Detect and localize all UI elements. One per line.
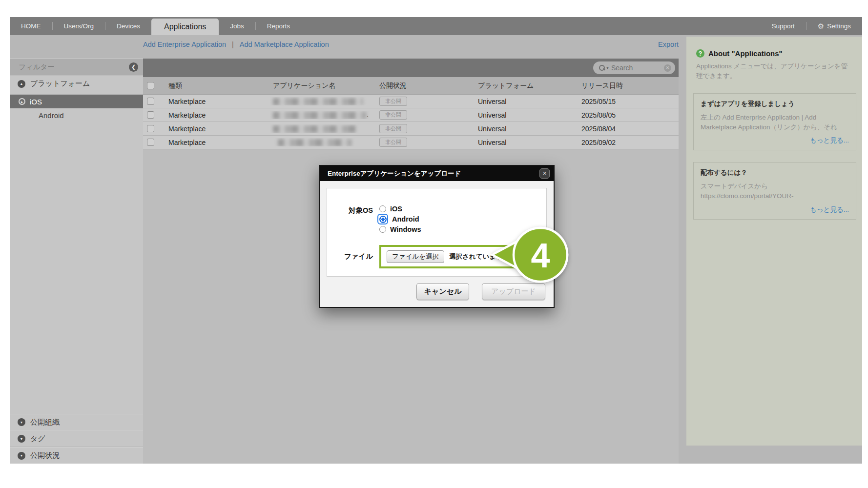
table-row[interactable]: Marketplace 非公開 Universal 2025/08/04 <box>143 122 679 136</box>
column-header-type: 種類 <box>165 81 270 90</box>
cell-type: Marketplace <box>165 98 270 105</box>
help-card-register: まずはアプリを登録しましょう 左上の Add Enterprise Applic… <box>693 93 856 151</box>
cell-status: 非公開 <box>376 110 475 120</box>
filter-section-label: 公開状況 <box>30 451 60 460</box>
table-row[interactable]: Marketplace . 非公開 Universal 2025/08/05 <box>143 108 679 122</box>
filter-section-publish-status[interactable]: ▼ 公開状況 <box>10 447 143 464</box>
row-checkbox[interactable] <box>147 98 154 105</box>
column-header-platform: プラットフォーム <box>475 81 579 90</box>
select-all-cell <box>143 82 165 89</box>
cell-app-name-redacted <box>270 97 376 105</box>
dialog-form-panel: 対象OS iOS Android Windows <box>327 188 547 277</box>
filter-item-label: iOS <box>30 98 42 106</box>
nav-home[interactable]: HOME <box>10 22 52 30</box>
chevron-up-icon: ▲ <box>18 80 25 88</box>
search-input[interactable] <box>611 64 664 72</box>
nav-users-org[interactable]: Users/Org <box>53 22 105 30</box>
nav-support[interactable]: Support <box>760 22 806 30</box>
selected-filter-icon: ▶ <box>19 98 25 105</box>
help-card-distribute: 配布するには？ スマートデバイスから https://clomo.com/por… <box>693 162 856 220</box>
close-button[interactable]: ✕ <box>539 168 550 179</box>
filter-item-android[interactable]: Android <box>10 108 143 122</box>
row-checkbox[interactable] <box>147 111 154 119</box>
cell-release-date: 2025/08/04 <box>579 125 679 133</box>
help-card-url: https://clomo.com/portal/YOUR- <box>701 191 849 201</box>
filter-section-tags[interactable]: ▼ タグ <box>10 430 143 447</box>
help-card-text: スマートデバイスから <box>701 182 849 191</box>
dialog-buttons: キャンセル アップロード <box>320 277 554 307</box>
nav-jobs[interactable]: Jobs <box>219 22 255 30</box>
add-enterprise-application-link[interactable]: Add Enterprise Application <box>143 41 226 48</box>
cell-release-date: 2025/05/15 <box>579 98 679 105</box>
cell-app-name-redacted: . <box>270 111 376 119</box>
help-card-title: まずはアプリを登録しましょう <box>701 100 849 108</box>
radio-icon[interactable] <box>379 205 386 212</box>
about-text: Applications メニューでは、アプリケーションを管理できます。 <box>696 61 853 81</box>
about-header: ? About "Applications" <box>696 49 853 58</box>
radio-icon[interactable] <box>379 226 386 233</box>
cell-platform: Universal <box>475 98 579 105</box>
nav-devices[interactable]: Devices <box>105 22 151 30</box>
help-panel: ? About "Applications" Applications メニュー… <box>686 37 862 446</box>
add-marketplace-application-link[interactable]: Add Marketplace Application <box>240 41 329 48</box>
filter-section-label: タグ <box>30 434 45 444</box>
nav-utility: Support ⚙ Settings <box>760 17 862 35</box>
target-os-label: 対象OS <box>336 205 373 233</box>
cell-app-name-redacted <box>270 138 376 146</box>
search-box[interactable]: ▼ ✕ <box>593 61 675 74</box>
file-status-text: 選択されていません <box>449 252 510 261</box>
collapse-icon: ❮ <box>131 64 136 70</box>
column-header-app-name: アプリケーション名 <box>270 81 376 90</box>
choose-file-button[interactable]: ファイルを選択 <box>387 250 444 263</box>
filter-header: フィルター ❮ <box>10 59 143 76</box>
export-link[interactable]: Export <box>658 41 679 48</box>
cell-status: 非公開 <box>376 138 475 147</box>
status-badge: 非公開 <box>379 97 407 106</box>
cell-release-date: 2025/08/05 <box>579 111 679 119</box>
filter-item-ios[interactable]: ▶ iOS <box>10 95 143 108</box>
see-more-link[interactable]: もっと見る... <box>701 136 849 145</box>
radio-checked-icon[interactable] <box>379 216 387 223</box>
select-all-checkbox[interactable] <box>147 82 154 89</box>
radio-label: Windows <box>390 225 421 233</box>
filter-section-publish-org[interactable]: ▼ 公開組織 <box>10 414 143 430</box>
clear-search-icon[interactable]: ✕ <box>664 64 671 72</box>
nav-reports[interactable]: Reports <box>256 22 301 30</box>
filter-section-platform[interactable]: ▲ プラットフォーム <box>10 76 143 92</box>
cell-release-date: 2025/09/02 <box>579 139 679 146</box>
os-radio-group: iOS Android Windows <box>379 205 421 233</box>
file-input-highlight: ファイルを選択 選択されていません <box>379 245 517 268</box>
search-dropdown-icon[interactable]: ▼ <box>606 66 609 70</box>
cell-status: 非公開 <box>376 97 475 106</box>
radio-option-android-selected[interactable]: Android <box>379 215 421 223</box>
cell-platform: Universal <box>475 125 579 133</box>
upload-enterprise-app-dialog: Enterpriseアプリケーションをアップロード ✕ 対象OS iOS <box>319 165 555 308</box>
table-row[interactable]: Marketplace 非公開 Universal 2025/05/15 <box>143 95 679 108</box>
nav-applications-active-tab[interactable]: Applications <box>151 19 219 35</box>
nav-settings[interactable]: ⚙ Settings <box>806 22 862 31</box>
target-os-row: 対象OS iOS Android Windows <box>336 205 537 233</box>
see-more-link[interactable]: もっと見る... <box>701 205 849 214</box>
table-row[interactable]: Marketplace 非公開 Universal 2025/09/02 <box>143 136 679 149</box>
about-title: About "Applications" <box>708 49 783 58</box>
row-checkbox[interactable] <box>147 139 154 146</box>
cancel-button[interactable]: キャンセル <box>416 283 469 300</box>
file-row: ファイル ファイルを選択 選択されていません <box>336 245 537 268</box>
cell-platform: Universal <box>475 139 579 146</box>
sidebar-collapse-button[interactable]: ❮ <box>129 62 138 72</box>
radio-label: iOS <box>390 205 402 213</box>
column-header-status: 公開状況 <box>376 81 475 90</box>
cell-platform: Universal <box>475 111 579 119</box>
radio-option-ios[interactable]: iOS <box>379 205 421 213</box>
search-icon <box>599 65 605 71</box>
cell-type: Marketplace <box>165 125 270 133</box>
nav-settings-label: Settings <box>827 22 851 30</box>
row-checkbox[interactable] <box>147 125 154 132</box>
upload-button-disabled[interactable]: アップロード <box>482 283 545 300</box>
chevron-down-icon: ▼ <box>18 418 25 426</box>
filter-sidebar: フィルター ❮ ▲ プラットフォーム ▶ iOS Android ▼ <box>10 59 143 464</box>
radio-option-windows[interactable]: Windows <box>379 225 421 233</box>
help-icon: ? <box>696 49 704 58</box>
cell-type: Marketplace <box>165 111 270 119</box>
top-navbar: HOME Users/Org Devices Applications Jobs… <box>10 17 862 35</box>
